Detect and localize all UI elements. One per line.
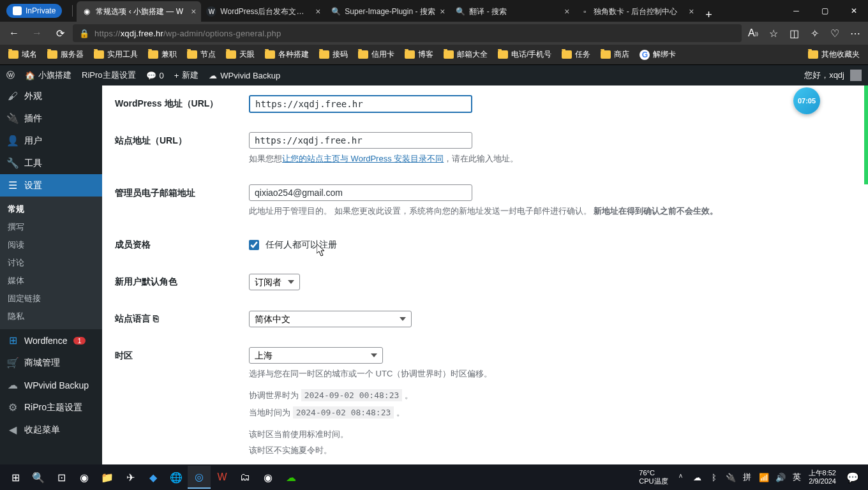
submenu-general[interactable]: 常规 [0,200,102,218]
scrollbar-accent[interactable] [864,85,868,184]
bookmark-folder[interactable]: 任务 [557,47,595,63]
wifi-icon[interactable]: 📶 [758,473,770,482]
sidebar-item-wpvivid[interactable]: ☁WPvivid Backup [0,374,102,396]
tab[interactable]: ▫ 独角数卡 - 后台控制中心 × [574,1,699,22]
tray-chevron-icon[interactable]: ＾ [675,471,687,483]
sidebar-item-users[interactable]: 👤用户 [0,130,102,152]
submenu-writing[interactable]: 撰写 [0,218,102,236]
favorite-icon[interactable]: ☆ [765,24,782,42]
new-tab-button[interactable]: + [699,8,719,22]
search-button[interactable]: 🔍 [27,466,50,489]
bookmark-folder[interactable]: 邮箱大全 [439,47,492,63]
app-icon[interactable]: 📁 [96,466,119,489]
tab-active[interactable]: ◉ 常规选项 ‹ 小旗搭建 — W × [77,1,201,22]
bookmark-folder[interactable]: 博客 [400,47,438,63]
minimize-button[interactable]: ─ [782,1,811,20]
comments-link[interactable]: 💬 0 [146,71,164,80]
my-account[interactable]: 您好，xqdj [804,70,862,81]
app-icon[interactable]: ✈ [119,466,142,489]
bookmark-folder[interactable]: 信用卡 [354,47,399,63]
close-button[interactable]: ✕ [839,1,868,20]
tab-close-icon[interactable]: × [440,6,445,17]
wpvivid-link[interactable]: ☁ WPvivid Backup [209,71,280,80]
bookmark-folder[interactable]: 各种搭建 [260,47,313,63]
bookmark-folder[interactable]: 电话/手机号 [493,47,556,63]
submenu-discussion[interactable]: 讨论 [0,254,102,272]
tz-select[interactable]: 上海 [249,347,383,364]
app-icon[interactable]: 🌐 [165,466,188,489]
ime-icon[interactable]: 拼 [741,471,754,483]
site-name[interactable]: 🏠 小旗搭建 [25,70,71,81]
tab-close-icon[interactable]: × [564,6,569,17]
volume-icon[interactable]: 🔊 [774,473,787,482]
bookmark-folder[interactable]: 商店 [596,47,634,63]
tab-close-icon[interactable]: × [191,6,196,17]
performance-icon[interactable]: ♡ [826,24,844,42]
split-icon[interactable]: ◫ [785,24,803,42]
start-button[interactable]: ⊞ [4,466,27,489]
new-content[interactable]: + 新建 [174,70,199,81]
sidebar-item-plugins[interactable]: 🔌插件 [0,107,102,130]
site-info-icon[interactable]: 🔒 [79,29,89,38]
bookmark-folder[interactable]: 接码 [315,47,352,63]
submenu-reading[interactable]: 阅读 [0,236,102,254]
collections-icon[interactable]: ✧ [805,24,823,42]
sidebar-item-appearance[interactable]: 🖌外观 [0,85,102,107]
tab[interactable]: 🔍 Super-Image-Plugin - 搜索 × [326,1,450,22]
sidebar-item-tools[interactable]: 🔧工具 [0,152,102,174]
collapse-menu[interactable]: ◀收起菜单 [0,419,102,441]
tab[interactable]: 🔍 翻译 - 搜索 × [450,1,574,22]
bookmark-folder[interactable]: 域名 [4,47,41,63]
ripro-settings-link[interactable]: RiPro主题设置 [82,70,136,81]
onedrive-icon[interactable]: ☁ [691,473,704,482]
bluetooth-icon[interactable]: ᛒ [708,473,721,482]
wp-url-input[interactable] [249,95,472,113]
chrome-icon[interactable]: ◉ [257,466,280,489]
other-bookmarks[interactable]: 其他收藏夹 [804,47,864,63]
ime-lang[interactable]: 英 [791,471,804,483]
tab-close-icon[interactable]: × [689,6,694,17]
bookmark-folder[interactable]: 天眼 [221,47,259,63]
task-view-button[interactable]: ⊡ [50,466,73,489]
bookmark-folder[interactable]: 节点 [183,47,220,63]
app-icon[interactable]: ◆ [142,466,165,489]
read-aloud-icon[interactable]: A)) [744,24,762,42]
cpu-temp-widget[interactable]: 76°C CPU温度 [632,469,674,486]
explorer-icon[interactable]: 🗂 [234,466,257,489]
membership-checkbox-label[interactable]: 任何人都可以注册 [249,239,337,249]
submenu-media[interactable]: 媒体 [0,272,102,290]
menu-icon[interactable]: ⋯ [846,24,864,42]
membership-checkbox[interactable] [249,240,259,250]
url-field[interactable]: 🔒 https://xqdj.free.hr/wp-admin/options-… [73,24,742,42]
sidebar-item-shop[interactable]: 🛒商城管理 [0,352,102,374]
site-url-input[interactable] [249,132,472,149]
power-icon[interactable]: 🔌 [724,473,737,482]
bookmark-folder[interactable]: 兼职 [144,47,181,63]
admin-email-input[interactable] [249,184,472,201]
forward-button[interactable]: → [27,23,47,43]
sidebar-item-wordfence[interactable]: ⊞Wordfence1 [0,329,102,352]
wp-logo[interactable]: ⓦ [6,70,15,81]
back-button[interactable]: ← [4,23,24,43]
maximize-button[interactable]: ▢ [811,1,839,20]
tab[interactable]: W WordPress后台发布文章必 × [201,1,326,22]
tab-close-icon[interactable]: × [315,6,320,17]
app-icon[interactable]: ◉ [73,466,96,489]
default-role-select[interactable]: 订阅者 [249,274,300,290]
submenu-permalinks[interactable]: 固定链接 [0,290,102,308]
bookmark-folder[interactable]: 实用工具 [89,47,142,63]
site-lang-select[interactable]: 简体中文 [249,311,412,327]
submenu-privacy[interactable]: 隐私 [0,308,102,325]
wechat-icon[interactable]: ☁ [280,466,303,489]
refresh-button[interactable]: ⟳ [50,23,70,43]
sidebar-item-ripro[interactable]: ⚙RiPro主题设置 [0,396,102,419]
edge-icon[interactable]: ◎ [188,466,211,489]
wp-codex-link[interactable]: 让您的站点主页与 WordPress 安装目录不同 [282,154,444,163]
app-icon[interactable]: W [211,466,234,489]
folder-icon [601,50,611,59]
bookmark-folder[interactable]: 服务器 [43,47,88,63]
taskbar-clock[interactable]: 上午8:52 2/9/2024 [804,469,841,486]
sidebar-item-settings[interactable]: ☰设置 [0,174,102,197]
notifications-button[interactable]: 💬 [841,466,864,489]
bookmark-item[interactable]: G解绑卡 [635,47,680,63]
